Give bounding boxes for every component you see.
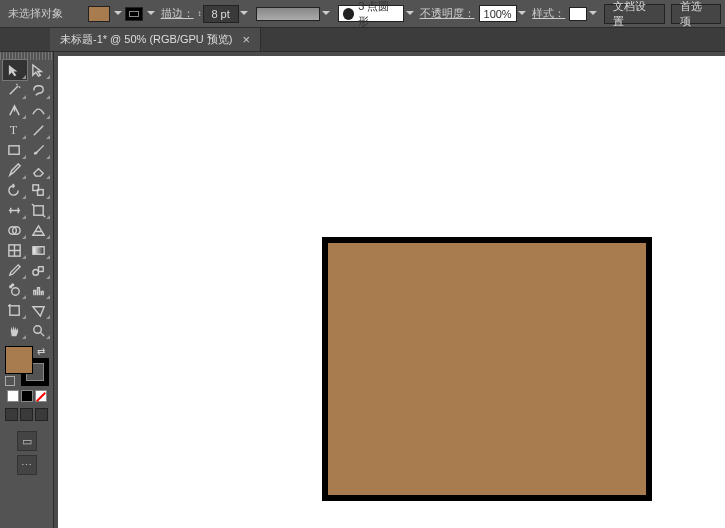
- tool-grid: T: [0, 60, 54, 340]
- selection-tool[interactable]: [3, 60, 27, 80]
- default-fill-stroke-icon[interactable]: [5, 376, 15, 386]
- stroke-profile-dropdown[interactable]: [320, 6, 332, 22]
- stroke-link-icon[interactable]: ↕: [198, 9, 202, 18]
- style-dropdown[interactable]: [587, 6, 599, 22]
- close-tab-icon[interactable]: ×: [243, 32, 251, 47]
- mesh-tool[interactable]: [3, 240, 27, 260]
- width-tool[interactable]: [3, 200, 27, 220]
- fill-stroke-control: ⇄: [5, 346, 49, 386]
- gradient-tool[interactable]: [27, 240, 51, 260]
- column-graph-tool[interactable]: [27, 280, 51, 300]
- pen-tool[interactable]: [3, 100, 27, 120]
- free-transform-tool[interactable]: [27, 200, 51, 220]
- color-mode-gradient[interactable]: [21, 390, 33, 402]
- opacity-input[interactable]: [479, 5, 517, 22]
- tools-panel: T ⇄ ▭ ⋯: [0, 52, 54, 528]
- direct-selection-tool[interactable]: [27, 60, 51, 80]
- color-mode-solid[interactable]: [7, 390, 19, 402]
- draw-inside[interactable]: [35, 408, 48, 421]
- stroke-width-dropdown[interactable]: [239, 6, 251, 22]
- svg-rect-4: [34, 205, 43, 214]
- document-tab[interactable]: 未标题-1* @ 50% (RGB/GPU 预览) ×: [50, 28, 261, 51]
- draw-normal[interactable]: [5, 408, 18, 421]
- style-label[interactable]: 样式：: [532, 6, 565, 21]
- stroke-dropdown[interactable]: [145, 6, 157, 22]
- hand-tool[interactable]: [3, 320, 27, 340]
- rotate-tool[interactable]: [3, 180, 27, 200]
- eyedropper-tool[interactable]: [3, 260, 27, 280]
- svg-text:T: T: [10, 123, 18, 137]
- type-tool[interactable]: T: [3, 120, 27, 140]
- brush-definition[interactable]: 3 点圆形: [338, 5, 404, 22]
- stroke-profile[interactable]: [256, 7, 320, 21]
- svg-point-13: [12, 283, 14, 285]
- svg-point-12: [10, 285, 12, 287]
- artboard[interactable]: [58, 56, 725, 528]
- lasso-tool[interactable]: [27, 80, 51, 100]
- document-setup-button[interactable]: 文档设置: [604, 4, 665, 24]
- svg-rect-1: [9, 145, 19, 153]
- symbol-sprayer-tool[interactable]: [3, 280, 27, 300]
- shaper-tool[interactable]: [3, 160, 27, 180]
- shape-builder-tool[interactable]: [3, 220, 27, 240]
- fill-color-box[interactable]: [5, 346, 33, 374]
- brush-dropdown[interactable]: [404, 6, 416, 22]
- draw-behind[interactable]: [20, 408, 33, 421]
- magic-wand-tool[interactable]: [3, 80, 27, 100]
- screen-mode-buttons: ▭ ⋯: [17, 431, 37, 475]
- brush-dot-icon: [343, 8, 355, 20]
- svg-rect-10: [39, 266, 44, 271]
- swap-fill-stroke-icon[interactable]: ⇄: [37, 346, 47, 356]
- preferences-button[interactable]: 首选项: [671, 4, 721, 24]
- slice-tool[interactable]: [27, 300, 51, 320]
- svg-point-11: [12, 287, 20, 295]
- fill-swatch[interactable]: [88, 6, 109, 22]
- canvas-area: [54, 52, 725, 528]
- artboard-tool[interactable]: [3, 300, 27, 320]
- svg-point-15: [34, 325, 42, 333]
- paintbrush-tool[interactable]: [27, 140, 51, 160]
- line-segment-tool[interactable]: [27, 120, 51, 140]
- brush-label: 3 点圆形: [358, 0, 399, 29]
- stroke-width-input[interactable]: [203, 5, 239, 23]
- curvature-tool[interactable]: [27, 100, 51, 120]
- svg-rect-8: [33, 246, 44, 254]
- stroke-swatch[interactable]: [125, 7, 143, 21]
- draw-mode-row: [5, 408, 48, 421]
- rectangle-shape[interactable]: [322, 237, 652, 501]
- selection-status: 未选择对象: [8, 6, 63, 21]
- color-mode-row: [7, 390, 47, 402]
- opacity-dropdown[interactable]: [517, 6, 529, 22]
- edit-toolbar-button[interactable]: ⋯: [17, 455, 37, 475]
- tools-panel-handle[interactable]: [0, 52, 53, 60]
- option-bar: 未选择对象 描边： ↕ 3 点圆形 不透明度： 样式： 文档设置 首选项: [0, 0, 725, 28]
- svg-rect-14: [10, 305, 19, 314]
- main-area: T ⇄ ▭ ⋯: [0, 52, 725, 528]
- zoom-tool[interactable]: [27, 320, 51, 340]
- svg-point-9: [33, 269, 39, 275]
- rectangle-tool[interactable]: [3, 140, 27, 160]
- opacity-label[interactable]: 不透明度：: [420, 6, 475, 21]
- eraser-tool[interactable]: [27, 160, 51, 180]
- screen-mode-button[interactable]: ▭: [17, 431, 37, 451]
- document-tab-bar: 未标题-1* @ 50% (RGB/GPU 预览) ×: [0, 28, 725, 52]
- style-swatch[interactable]: [569, 7, 587, 21]
- color-mode-none[interactable]: [35, 390, 47, 402]
- stroke-label[interactable]: 描边：: [161, 6, 194, 21]
- scale-tool[interactable]: [27, 180, 51, 200]
- fill-dropdown[interactable]: [112, 6, 124, 22]
- perspective-grid-tool[interactable]: [27, 220, 51, 240]
- blend-tool[interactable]: [27, 260, 51, 280]
- document-tab-title: 未标题-1* @ 50% (RGB/GPU 预览): [60, 32, 233, 47]
